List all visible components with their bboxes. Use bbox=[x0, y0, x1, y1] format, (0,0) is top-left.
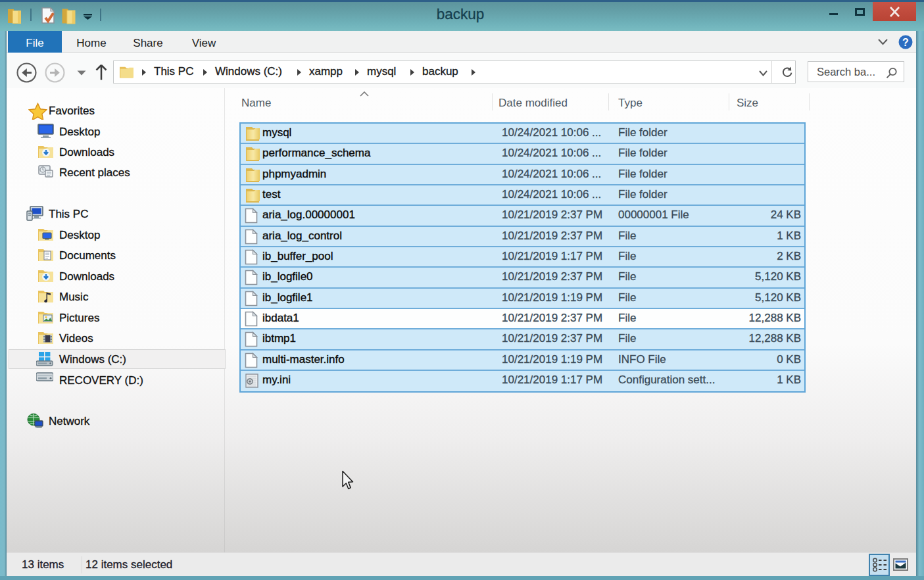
svg-text:?: ? bbox=[902, 37, 909, 48]
